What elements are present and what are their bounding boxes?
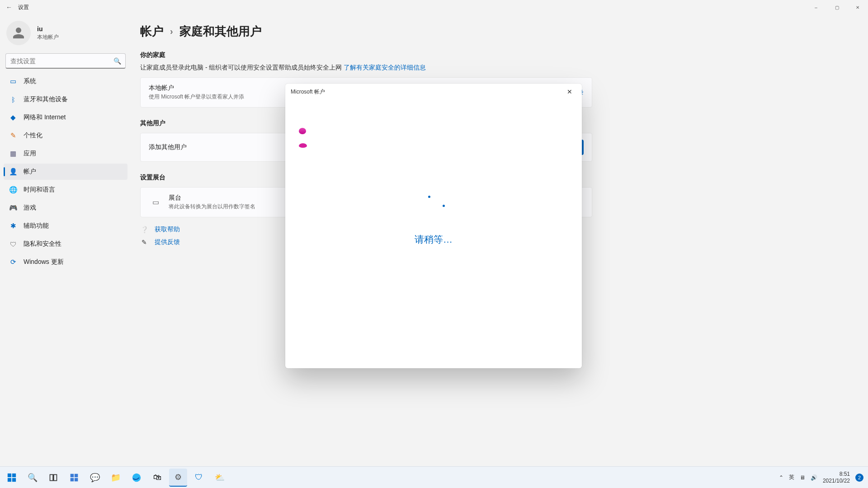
sidebar-item-system[interactable]: ▭ 系统 <box>4 73 127 89</box>
sidebar-item-label: 网络和 Internet <box>24 113 66 122</box>
feedback-link[interactable]: 提供反馈 <box>155 238 180 246</box>
taskbar-weather-button[interactable]: ⛅ <box>211 469 229 487</box>
family-description: 让家庭成员登录此电脑 - 组织者可以使用安全设置帮助成员始终安全上网 了解有关家… <box>140 64 850 72</box>
wifi-icon: ◆ <box>9 113 17 122</box>
sidebar-item-network[interactable]: ◆ 网络和 Internet <box>4 109 127 126</box>
svg-rect-6 <box>71 474 74 477</box>
sidebar-item-label: 时间和语言 <box>24 186 55 194</box>
accessibility-icon: ✱ <box>9 222 17 230</box>
chevron-right-icon: › <box>170 26 173 37</box>
loading-graphic-icon <box>299 128 306 134</box>
taskbar-security-button[interactable]: 🛡 <box>190 469 208 487</box>
feedback-icon: ✎ <box>140 239 148 246</box>
sidebar-item-time-language[interactable]: 🌐 时间和语言 <box>4 182 127 198</box>
taskbar-explorer-button[interactable]: 📁 <box>107 469 125 487</box>
section-heading-family: 你的家庭 <box>140 51 850 59</box>
system-icon: ▭ <box>9 77 17 85</box>
taskbar-clock[interactable]: 8:51 2021/10/22 <box>823 471 850 484</box>
minimize-button[interactable]: – <box>806 0 826 14</box>
ime-indicator[interactable]: 英 <box>789 474 794 481</box>
family-desc-text: 让家庭成员登录此电脑 - 组织者可以使用安全设置帮助成员始终安全上网 <box>140 64 342 71</box>
sidebar-item-label: 游戏 <box>24 204 36 212</box>
bluetooth-icon: ᛒ <box>9 95 17 103</box>
svg-rect-5 <box>54 474 57 480</box>
taskbar-settings-button[interactable]: ⚙ <box>169 469 187 487</box>
loading-text: 请稍等… <box>415 233 453 246</box>
breadcrumb-parent[interactable]: 帐户 <box>140 23 164 39</box>
shield-icon: 🛡 <box>9 240 17 248</box>
sidebar-item-label: 蓝牙和其他设备 <box>24 95 68 103</box>
breadcrumb: 帐户 › 家庭和其他用户 <box>140 23 850 39</box>
profile-block[interactable]: iu 本地帐户 <box>4 18 127 50</box>
svg-rect-0 <box>8 473 11 477</box>
modal-body: 请稍等… <box>285 100 582 368</box>
family-card-sub: 使用 Microsoft 帐户登录以查看家人并添 <box>149 93 244 101</box>
sidebar-item-label: 个性化 <box>24 131 42 140</box>
taskbar-chat-button[interactable]: 💬 <box>86 469 104 487</box>
sidebar-item-label: 辅助功能 <box>24 222 49 230</box>
sidebar-item-bluetooth[interactable]: ᛒ 蓝牙和其他设备 <box>4 91 127 108</box>
taskbar-search-button[interactable]: 🔍 <box>24 469 42 487</box>
kiosk-card-sub: 将此设备转换为展台以用作数字签名 <box>169 203 255 211</box>
svg-rect-3 <box>12 478 16 481</box>
notification-badge[interactable]: 2 <box>855 474 863 482</box>
family-safety-link[interactable]: 了解有关家庭安全的详细信息 <box>344 64 426 71</box>
back-button[interactable]: ← <box>0 4 18 11</box>
svg-rect-2 <box>8 478 11 481</box>
brush-icon: ✎ <box>9 131 17 140</box>
svg-rect-7 <box>75 474 78 477</box>
sidebar-item-privacy[interactable]: 🛡 隐私和安全性 <box>4 236 127 252</box>
sidebar-item-accessibility[interactable]: ✱ 辅助功能 <box>4 218 127 234</box>
tray-chevron-up-icon[interactable]: ⌃ <box>779 474 783 481</box>
taskview-button[interactable] <box>44 469 62 487</box>
maximize-button[interactable]: ▢ <box>826 0 847 14</box>
avatar-icon <box>6 21 31 45</box>
svg-rect-1 <box>12 473 16 477</box>
user-icon: 👤 <box>9 168 17 176</box>
sidebar-item-accounts[interactable]: 👤 帐户 <box>4 164 127 180</box>
sidebar: iu 本地帐户 🔍 ▭ 系统 ᛒ 蓝牙和其他设备 ◆ 网络和 Internet … <box>0 14 131 380</box>
get-help-link[interactable]: 获取帮助 <box>155 225 180 234</box>
sidebar-item-label: 隐私和安全性 <box>24 240 61 248</box>
close-button[interactable]: ✕ <box>847 0 868 14</box>
svg-rect-4 <box>50 474 53 480</box>
titlebar: ← 设置 – ▢ ✕ <box>0 0 868 14</box>
gamepad-icon: 🎮 <box>9 204 17 212</box>
sidebar-item-update[interactable]: ⟳ Windows 更新 <box>4 254 127 270</box>
breadcrumb-current: 家庭和其他用户 <box>179 23 262 39</box>
window-title: 设置 <box>18 4 29 11</box>
modal-title: Microsoft 帐户 <box>291 88 325 96</box>
sidebar-item-label: Windows 更新 <box>24 258 64 266</box>
svg-rect-9 <box>75 478 78 481</box>
kiosk-card-title: 展台 <box>169 194 255 202</box>
taskbar: 🔍 💬 📁 🛍 ⚙ 🛡 ⛅ ⌃ 英 🖥 🔊 8:51 2021/10/22 2 <box>0 466 868 488</box>
microsoft-account-modal: Microsoft 帐户 ✕ 请稍等… <box>285 84 582 368</box>
loading-spinner <box>406 195 461 208</box>
svg-rect-8 <box>71 478 74 481</box>
start-button[interactable] <box>3 469 21 487</box>
taskbar-edge-button[interactable] <box>127 469 146 487</box>
kiosk-icon: ▭ <box>149 198 162 206</box>
sidebar-item-label: 帐户 <box>24 168 36 176</box>
loading-graphic-icon <box>299 143 307 148</box>
search-input[interactable] <box>5 53 126 69</box>
sidebar-item-personalization[interactable]: ✎ 个性化 <box>4 127 127 144</box>
tray-volume-icon[interactable]: 🔊 <box>811 474 817 481</box>
modal-titlebar: Microsoft 帐户 ✕ <box>285 84 582 100</box>
apps-icon: ▦ <box>9 150 17 158</box>
clock-time: 8:51 <box>823 471 850 477</box>
svg-point-10 <box>132 473 141 481</box>
tray-network-icon[interactable]: 🖥 <box>800 474 805 481</box>
taskbar-store-button[interactable]: 🛍 <box>148 469 166 487</box>
search-box[interactable]: 🔍 <box>5 53 126 69</box>
family-card-title: 本地帐户 <box>149 84 244 92</box>
modal-close-button[interactable]: ✕ <box>563 88 576 95</box>
globe-icon: 🌐 <box>9 186 17 194</box>
widgets-button[interactable] <box>65 469 83 487</box>
profile-sub: 本地帐户 <box>37 33 59 41</box>
sidebar-item-label: 系统 <box>24 77 36 85</box>
sidebar-item-apps[interactable]: ▦ 应用 <box>4 145 127 162</box>
clock-date: 2021/10/22 <box>823 478 850 484</box>
search-icon: 🔍 <box>113 57 121 65</box>
sidebar-item-gaming[interactable]: 🎮 游戏 <box>4 200 127 216</box>
